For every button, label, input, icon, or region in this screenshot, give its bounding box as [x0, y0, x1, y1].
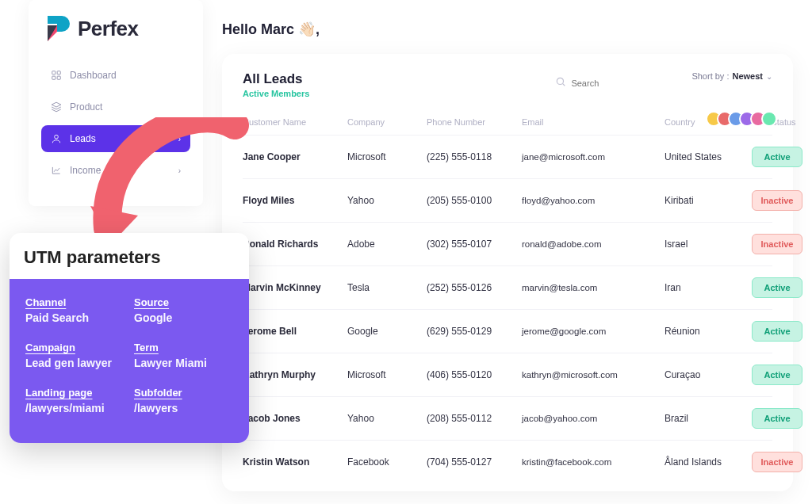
sidebar-item-product[interactable]: Product: [41, 94, 190, 120]
utm-field-label: Channel: [25, 296, 124, 308]
hello-name: Marc: [261, 21, 294, 37]
table-header: Customer Name Company Phone Number Email…: [243, 98, 772, 135]
sidebar-item-label: Product: [70, 101, 102, 113]
th-phone: Phone Number: [427, 117, 522, 127]
wave-icon: 👋🏻,: [298, 21, 320, 37]
cell-email: floyd@yahoo.com: [522, 196, 665, 205]
table-row[interactable]: Floyd MilesYahoo(205) 555-0100floyd@yaho…: [243, 178, 772, 222]
sidebar-item-label: Income: [70, 165, 101, 176]
cell-country: Åland Islands: [665, 456, 752, 468]
cell-email: ronald@adobe.com: [522, 239, 665, 249]
page-greeting: Hello Marc 👋🏻,: [222, 21, 793, 38]
cell-phone: (225) 555-0118: [427, 151, 522, 162]
product-icon: [51, 101, 62, 113]
hello-prefix: Hello: [222, 21, 261, 37]
svg-rect-3: [57, 76, 60, 79]
cell-name: Kristin Watson: [243, 456, 347, 468]
cell-name: Ronald Richards: [243, 239, 347, 250]
cell-phone: (252) 555-0126: [427, 282, 522, 293]
card-header: All Leads Active Members Short by : Newe…: [243, 71, 772, 98]
dashboard-icon: [51, 70, 62, 81]
sidebar-item-dashboard[interactable]: Dashboard: [41, 62, 190, 89]
search-input[interactable]: [571, 78, 674, 88]
cell-phone: (406) 555-0120: [427, 369, 522, 380]
cell-name: Jacob Jones: [243, 413, 347, 424]
cell-email: jacob@yahoo.com: [522, 414, 665, 423]
status-badge: Inactive: [752, 234, 802, 254]
utm-field-value: Lawyer Miami: [134, 357, 233, 369]
leads-icon: [51, 133, 62, 144]
utm-field-label: Landing page: [25, 387, 124, 399]
table-row[interactable]: Kathryn MurphyMicrosoft(406) 555-0120kat…: [243, 353, 772, 396]
table-row[interactable]: Jerome BellGoogle(629) 555-0129jerome@go…: [243, 309, 772, 353]
cell-company: Google: [347, 326, 427, 337]
cell-phone: (208) 555-0112: [427, 413, 522, 424]
svg-rect-0: [52, 71, 56, 74]
svg-rect-2: [52, 76, 56, 79]
status-badge: Inactive: [752, 190, 802, 211]
cell-email: jerome@google.com: [522, 326, 665, 336]
sidebar-item-label: Leads: [70, 133, 96, 144]
cell-email: jane@microsoft.com: [522, 152, 665, 162]
status-badge: Active: [752, 408, 802, 429]
cell-country: Kiribati: [665, 195, 752, 206]
avatar-stack: [710, 111, 777, 127]
cell-name: Jerome Bell: [243, 326, 347, 337]
chevron-right-icon: ›: [178, 135, 181, 143]
utm-popup: UTM parameters ChannelPaid SearchSourceG…: [10, 233, 249, 443]
cell-email: kathryn@microsoft.com: [522, 370, 665, 380]
search-box[interactable]: [547, 71, 682, 95]
cell-phone: (205) 555-0100: [427, 195, 522, 206]
cell-company: Yahoo: [347, 413, 427, 424]
cell-company: Microsoft: [347, 369, 427, 380]
table-body: Jane CooperMicrosoft(225) 555-0118jane@m…: [243, 135, 772, 483]
sidebar-item-label: Dashboard: [70, 70, 117, 81]
main: Hello Marc 👋🏻, All Leads Active Members …: [222, 21, 793, 491]
sort-label: Short by :: [691, 71, 729, 81]
sidebar-item-income[interactable]: Income ›: [41, 157, 190, 184]
utm-field-value: Paid Search: [25, 311, 124, 324]
utm-field: Landing page/lawyers/miami: [25, 387, 124, 414]
utm-field-value: /lawyers: [134, 402, 233, 414]
status-badge: Inactive: [752, 452, 802, 472]
utm-field-label: Subfolder: [134, 387, 233, 399]
cell-company: Tesla: [347, 282, 427, 293]
th-name: Customer Name: [243, 117, 347, 127]
table-row[interactable]: Jacob JonesYahoo(208) 555-0112jacob@yaho…: [243, 396, 772, 440]
chevron-right-icon: ›: [178, 166, 181, 175]
logo-mark-icon: [43, 14, 71, 43]
income-icon: [51, 165, 62, 176]
nav: Dashboard Product Leads › Income ›: [29, 55, 203, 184]
cell-name: Jane Cooper: [243, 151, 347, 162]
svg-line-6: [563, 84, 565, 86]
utm-field: SourceGoogle: [134, 296, 233, 324]
cell-phone: (629) 555-0129: [427, 326, 522, 337]
sort-dropdown[interactable]: Short by : Newest ⌄: [691, 71, 772, 81]
cell-email: marvin@tesla.com: [522, 283, 665, 292]
sidebar: Perfex Dashboard Product Leads › Income …: [29, 0, 203, 206]
utm-field-label: Term: [134, 342, 233, 353]
cell-company: Yahoo: [347, 195, 427, 206]
utm-field-label: Source: [134, 296, 233, 308]
popup-title: UTM parameters: [10, 233, 249, 279]
sidebar-item-leads[interactable]: Leads ›: [41, 125, 190, 152]
utm-field-label: Campaign: [25, 342, 124, 353]
sort-value: Newest: [732, 71, 763, 81]
table-row[interactable]: Jane CooperMicrosoft(225) 555-0118jane@m…: [243, 135, 772, 178]
utm-field: TermLawyer Miami: [134, 342, 233, 369]
cell-country: Iran: [665, 282, 752, 293]
table-row[interactable]: Marvin McKinneyTesla(252) 555-0126marvin…: [243, 265, 772, 309]
table-row[interactable]: Kristin WatsonFacebook(704) 555-0127kris…: [243, 440, 772, 483]
svg-point-5: [557, 78, 564, 84]
avatar: [761, 111, 777, 127]
cell-name: Marvin McKinney: [243, 282, 347, 293]
cell-phone: (704) 555-0127: [427, 456, 522, 468]
table-row[interactable]: Ronald RichardsAdobe(302) 555-0107ronald…: [243, 222, 772, 265]
card-title: All Leads: [243, 71, 309, 87]
status-badge: Active: [752, 365, 802, 385]
cell-country: Israel: [665, 239, 752, 250]
utm-field-value: /lawyers/miami: [25, 402, 124, 414]
logo-text: Perfex: [78, 17, 139, 41]
cell-country: Curaçao: [665, 369, 752, 380]
card-subtitle[interactable]: Active Members: [243, 89, 309, 98]
